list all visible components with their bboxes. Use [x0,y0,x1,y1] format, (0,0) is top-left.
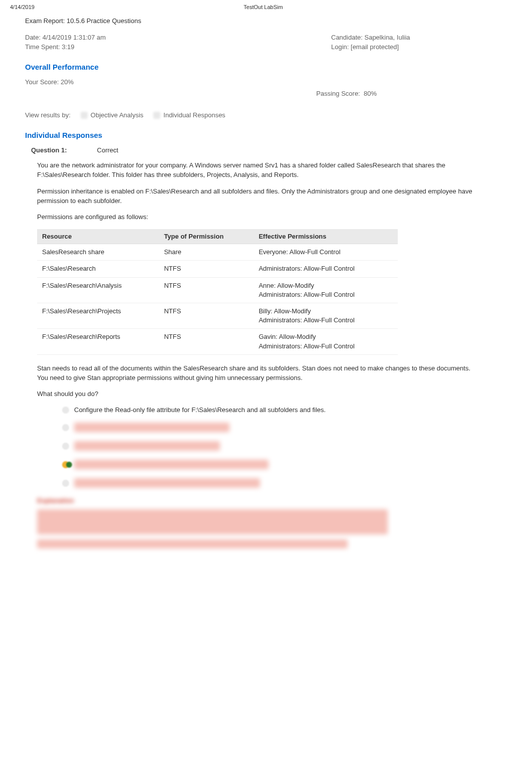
explanation-para-blurred [37,509,388,534]
overall-performance-title: Overall Performance [25,63,507,71]
table-header-row: Resource Type of Permission Effective Pe… [37,229,398,244]
question-para-3: Permissions are configured as follows: [37,213,477,222]
view-option-label: Objective Analysis [91,111,144,119]
cell-type: NTFS [159,277,253,303]
meta-row-1: Date: 4/14/2019 1:31:07 am Candidate: Sa… [25,34,507,41]
question-body: You are the network administrator for yo… [37,161,477,548]
cell-resource: F:\Sales\Research\Reports [37,329,159,354]
cell-type: NTFS [159,261,253,277]
answer-text: Configure the Read-only file attribute f… [74,406,326,414]
radio-icon [62,424,69,431]
question-para-1: You are the network administrator for yo… [37,161,477,180]
explanation-para-blurred [37,539,348,548]
view-option-objective[interactable]: Objective Analysis [81,111,144,119]
answer-text-blurred: Assign Stan the Allow read share permiss… [74,478,260,488]
answer-option[interactable]: Configure the Read-only file attribute f… [62,406,477,414]
cell-effective: Gavin: Allow-Modify Administrators: Allo… [253,329,398,354]
your-score: Your Score: 20% [25,78,507,86]
cell-effective: Billy: Allow-Modify Administrators: Allo… [253,303,398,328]
radio-icon [62,443,69,450]
passing-value: 80% [364,90,377,97]
answer-text-blurred: Disable permission inheritance on F Sale… [74,423,229,432]
th-effective: Effective Permissions [253,229,398,244]
radio-icon [153,112,160,119]
report-login: Login: [email protected] [201,43,507,51]
question-number: Question 1: [31,146,67,154]
answer-option-selected[interactable]: Assign Stan the Allow read NTFS permissi… [62,460,477,469]
report-time-spent: Time Spent: 3:19 [25,43,201,51]
table-row: SalesResearch share Share Everyone: Allo… [37,244,398,261]
exam-title: Exam Report: 10.5.6 Practice Questions [25,17,507,25]
cell-type: NTFS [159,329,253,354]
cell-effective: Administrators: Allow-Full Control [253,261,398,277]
report-candidate: Candidate: Sapelkina, Iuliia [201,34,507,41]
view-option-individual[interactable]: Individual Responses [153,111,225,119]
table-row: F:\Sales\Research\Analysis NTFS Anne: Al… [37,277,398,303]
question-status: Correct [97,146,119,154]
cell-resource: SalesResearch share [37,244,159,261]
table-row: F:\Sales\Research\Reports NTFS Gavin: Al… [37,329,398,354]
radio-icon [62,480,69,487]
view-results-toggle: View results by: Objective Analysis Indi… [25,111,507,119]
answer-text-blurred: Assign Stan the Allow read NTFS permissi… [74,460,269,469]
question-para-2: Permission inheritance is enabled on F:\… [37,187,477,206]
radio-icon [81,112,88,119]
question-para-4: Stan needs to read all of the documents … [37,364,477,383]
answer-option[interactable]: Assign Stan the Allow read share permiss… [62,478,477,488]
cell-resource: F:\Sales\Research\Analysis [37,277,159,303]
view-option-label: Individual Responses [163,111,225,119]
th-type: Type of Permission [159,229,253,244]
th-resource: Resource [37,229,159,244]
answer-option[interactable]: Disable permission inheritance on F Sale… [62,423,477,432]
report-content: Exam Report: 10.5.6 Practice Questions D… [0,12,532,568]
question-para-5: What should you do? [37,389,477,399]
answer-text-blurred: Make Stan a member of the Administrators… [74,441,220,451]
answer-option[interactable]: Make Stan a member of the Administrators… [62,441,477,451]
cell-effective: Anne: Allow-Modify Administrators: Allow… [253,277,398,303]
meta-row-2: Time Spent: 3:19 Login: [email protected… [25,43,507,51]
radio-icon [62,407,69,414]
question-header: Question 1: Correct [31,146,507,154]
explanation-title: Explanation [37,497,477,504]
cell-resource: F:\Sales\Research [37,261,159,277]
permissions-table: Resource Type of Permission Effective Pe… [37,229,398,355]
page-header: 4/14/2019 TestOut LabSim [0,0,532,12]
individual-responses-title: Individual Responses [25,131,507,139]
radio-icon-selected [62,461,69,468]
header-date: 4/14/2019 [10,4,35,10]
answer-list: Configure the Read-only file attribute f… [62,406,477,488]
cell-type: NTFS [159,303,253,328]
view-results-label: View results by: [25,111,71,119]
cell-resource: F:\Sales\Research\Projects [37,303,159,328]
header-app-title: TestOut LabSim [243,4,283,10]
cell-effective: Everyone: Allow-Full Control [253,244,398,261]
report-date: Date: 4/14/2019 1:31:07 am [25,34,201,41]
passing-label: Passing Score: [316,90,360,97]
table-row: F:\Sales\Research\Projects NTFS Billy: A… [37,303,398,328]
table-row: F:\Sales\Research NTFS Administrators: A… [37,261,398,277]
passing-score-row: Passing Score: 80% [25,90,507,97]
cell-type: Share [159,244,253,261]
